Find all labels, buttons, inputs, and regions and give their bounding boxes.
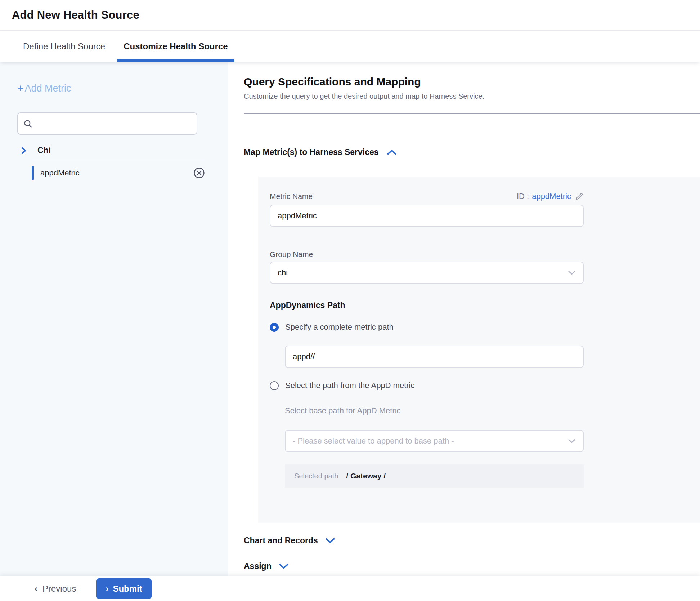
search-icon bbox=[23, 119, 33, 129]
page-title: Add New Health Source bbox=[12, 9, 139, 22]
query-specs-panel: Query Specifications and Mapping Customi… bbox=[228, 62, 700, 576]
selected-indicator-bar bbox=[32, 166, 34, 180]
plus-icon: + bbox=[17, 82, 24, 94]
chevron-down-icon[interactable] bbox=[279, 563, 289, 569]
add-metric-label: Add Metric bbox=[25, 83, 71, 94]
radio-select-path-from-appd[interactable]: Select the path from the AppD metric bbox=[270, 381, 584, 390]
divider bbox=[244, 113, 700, 114]
submit-button[interactable]: › Submit bbox=[96, 578, 151, 599]
assign-title: Assign bbox=[244, 561, 272, 571]
chevron-up-icon[interactable] bbox=[387, 149, 397, 155]
map-metrics-section-header[interactable]: Map Metric(s) to Harness Services bbox=[244, 147, 700, 157]
radio-unselected-icon[interactable] bbox=[270, 381, 279, 390]
group-name-label: Group Name bbox=[270, 250, 584, 259]
pencil-icon[interactable] bbox=[575, 192, 584, 201]
metric-group-label: Chi bbox=[37, 146, 51, 155]
chart-and-records-title: Chart and Records bbox=[244, 536, 318, 546]
section-subtitle: Customize the query to get the desired o… bbox=[244, 92, 700, 101]
group-name-value: chi bbox=[278, 268, 288, 277]
metric-search-input[interactable] bbox=[37, 119, 192, 128]
map-metrics-title: Map Metric(s) to Harness Services bbox=[244, 147, 379, 157]
assign-section-header[interactable]: Assign bbox=[244, 561, 700, 571]
selected-path-label: Selected path bbox=[294, 472, 338, 480]
tab-bar: Define Health Source Customize Health So… bbox=[0, 31, 700, 62]
base-path-placeholder: - Please select value to append to base … bbox=[293, 436, 454, 446]
previous-button[interactable]: ‹ Previous bbox=[35, 584, 76, 594]
selected-path-bar: Selected path / Gateway / bbox=[285, 464, 584, 488]
content-region: + Add Metric Chi appdMetric bbox=[0, 62, 700, 576]
previous-button-label: Previous bbox=[42, 584, 76, 594]
submit-button-label: Submit bbox=[113, 584, 142, 594]
metric-name-label: Metric Name bbox=[270, 192, 313, 201]
map-metrics-form-panel: Metric Name ID : appdMetric Group Name c… bbox=[258, 177, 700, 523]
chevron-down-icon bbox=[568, 270, 576, 275]
section-title: Query Specifications and Mapping bbox=[244, 76, 700, 88]
circle-x-icon bbox=[193, 167, 205, 179]
group-divider bbox=[32, 160, 205, 160]
metric-search-box[interactable] bbox=[17, 112, 197, 135]
metric-name-input[interactable] bbox=[270, 205, 584, 227]
tab-define-health-source[interactable]: Define Health Source bbox=[23, 31, 105, 62]
id-label: ID : bbox=[517, 192, 529, 201]
add-metric-button[interactable]: + Add Metric bbox=[17, 82, 71, 94]
tab-customize-health-source[interactable]: Customize Health Source bbox=[117, 31, 234, 62]
metric-item-label: appdMetric bbox=[40, 168, 193, 178]
metric-id-group: ID : appdMetric bbox=[517, 192, 584, 201]
selected-path-value: / Gateway / bbox=[346, 472, 386, 480]
chevron-left-icon: ‹ bbox=[35, 584, 37, 594]
metric-list-item-appdmetric[interactable]: appdMetric bbox=[32, 166, 205, 180]
chevron-down-icon bbox=[568, 438, 576, 444]
base-path-label: Select base path for AppD Metric bbox=[285, 406, 584, 415]
radio-select-path-label: Select the path from the AppD metric bbox=[285, 381, 415, 390]
footer-bar: ‹ Previous › Submit bbox=[0, 576, 700, 601]
remove-metric-button[interactable] bbox=[193, 167, 205, 179]
chart-and-records-section-header[interactable]: Chart and Records bbox=[244, 536, 700, 546]
page-header: Add New Health Source bbox=[0, 0, 700, 31]
base-path-select[interactable]: - Please select value to append to base … bbox=[285, 430, 584, 452]
chevron-right-icon: › bbox=[106, 584, 108, 594]
id-value-link[interactable]: appdMetric bbox=[532, 192, 571, 201]
chevron-down-icon[interactable] bbox=[325, 538, 335, 544]
group-name-select[interactable]: chi bbox=[270, 262, 584, 284]
radio-selected-icon[interactable] bbox=[270, 323, 279, 332]
radio-complete-metric-path[interactable]: Specify a complete metric path bbox=[270, 322, 584, 332]
radio-complete-metric-path-label: Specify a complete metric path bbox=[285, 322, 394, 332]
metric-group-chi[interactable]: Chi bbox=[17, 146, 228, 155]
complete-metric-path-input[interactable] bbox=[285, 346, 584, 368]
chevron-right-icon bbox=[20, 146, 27, 155]
appdynamics-path-heading: AppDynamics Path bbox=[270, 300, 584, 310]
metrics-sidebar: + Add Metric Chi appdMetric bbox=[0, 62, 228, 576]
